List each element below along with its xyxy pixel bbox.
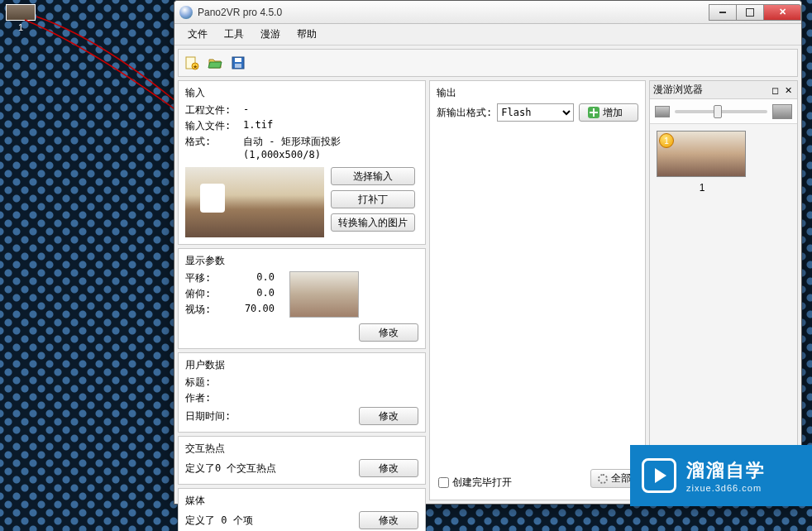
display-modify-button[interactable]: 修改 bbox=[359, 323, 418, 342]
add-button-label: 增加 bbox=[603, 104, 623, 121]
desktop-file-icon[interactable]: 1 bbox=[4, 4, 37, 37]
titlebar[interactable]: Pano2VR pro 4.5.0 bbox=[174, 1, 801, 24]
left-column: 输入 工程文件: - 输入文件: 1.tif 格式: 自动 - 矩形球面投影 (… bbox=[178, 80, 426, 500]
watermark-url: zixue.3d66.com bbox=[686, 483, 766, 493]
userdata-datetime-label: 日期时间: bbox=[185, 409, 243, 423]
svg-rect-4 bbox=[235, 58, 241, 62]
thumb-size-slider[interactable] bbox=[675, 110, 767, 113]
tour-thumbnail-caption: 1 bbox=[657, 182, 748, 194]
play-icon bbox=[642, 458, 676, 493]
tour-thumbnail-item[interactable]: 1 1 bbox=[657, 131, 748, 194]
userdata-group-title: 用户数据 bbox=[185, 358, 418, 372]
window-title: Pano2VR pro 4.5.0 bbox=[198, 7, 709, 18]
right-column: 漫游浏览器 ◻ ✕ 1 bbox=[649, 80, 798, 500]
slider-thumb[interactable] bbox=[714, 105, 722, 118]
tour-browser-panel: 漫游浏览器 ◻ ✕ 1 bbox=[649, 80, 798, 500]
tour-thumbnail-image: 1 bbox=[657, 131, 746, 177]
hotspot-defined-text: 定义了0 个交互热点 bbox=[185, 462, 276, 476]
toolbar-open-button[interactable] bbox=[205, 53, 225, 73]
watermark-badge: 溜溜自学 zixue.3d66.com bbox=[630, 445, 812, 506]
app-window: Pano2VR pro 4.5.0 文件 工具 漫游 帮助 ★ 输入 工程文件: bbox=[174, 0, 802, 505]
input-preview-image[interactable] bbox=[185, 167, 324, 237]
hotspot-modify-button[interactable]: 修改 bbox=[359, 459, 418, 477]
media-group-title: 媒体 bbox=[185, 494, 418, 508]
small-thumb-icon[interactable] bbox=[655, 106, 670, 117]
plus-icon bbox=[588, 107, 599, 118]
hotspot-group: 交互热点 定义了0 个交互热点 修改 bbox=[178, 436, 426, 485]
tour-browser-title: 漫游浏览器 bbox=[653, 83, 703, 97]
menu-file[interactable]: 文件 bbox=[179, 24, 216, 45]
open-when-done-input[interactable] bbox=[438, 477, 449, 488]
output-format-select[interactable]: Flash bbox=[497, 103, 574, 122]
menu-tour[interactable]: 漫游 bbox=[252, 24, 289, 45]
close-button[interactable] bbox=[763, 4, 801, 21]
tour-thumbnail-badge: 1 bbox=[659, 133, 674, 148]
display-preview-image[interactable] bbox=[289, 271, 359, 318]
output-group: 输出 新输出格式: Flash 增加 创建完毕打开 bbox=[429, 80, 646, 500]
content-area: 输入 工程文件: - 输入文件: 1.tif 格式: 自动 - 矩形球面投影 (… bbox=[174, 80, 801, 504]
input-group-title: 输入 bbox=[185, 86, 418, 100]
middle-column: 输出 新输出格式: Flash 增加 创建完毕打开 bbox=[429, 80, 646, 500]
watermark-title: 溜溜自学 bbox=[686, 458, 766, 483]
tilt-value: 0.0 bbox=[218, 287, 283, 301]
project-file-label: 工程文件: bbox=[185, 103, 243, 117]
open-when-done-checkbox[interactable]: 创建完毕打开 bbox=[437, 471, 513, 495]
thumbnail-size-slider-row bbox=[650, 99, 797, 124]
media-group: 媒体 定义了 0 个项 修改 bbox=[178, 488, 426, 531]
userdata-group: 用户数据 标题: 作者: 日期时间: 修改 bbox=[178, 352, 426, 433]
input-file-value: 1.tif bbox=[243, 119, 418, 133]
fov-value: 70.00 bbox=[218, 303, 283, 317]
large-thumb-icon[interactable] bbox=[772, 104, 792, 119]
format-label: 格式: bbox=[185, 135, 243, 160]
pan-value: 0.0 bbox=[218, 271, 283, 285]
project-file-value: - bbox=[243, 103, 418, 117]
format-value: 自动 - 矩形球面投影 (1,000x500/8) bbox=[243, 135, 418, 160]
window-controls bbox=[709, 4, 801, 21]
output-group-title: 输出 bbox=[437, 86, 638, 100]
app-icon bbox=[179, 6, 193, 19]
svg-rect-5 bbox=[235, 64, 241, 68]
patch-button[interactable]: 打补丁 bbox=[331, 190, 415, 208]
convert-input-button[interactable]: 转换输入的图片 bbox=[331, 213, 415, 232]
fov-label: 视场: bbox=[185, 303, 218, 317]
gear-icon bbox=[598, 474, 608, 484]
tour-browser-header[interactable]: 漫游浏览器 ◻ ✕ bbox=[650, 81, 797, 99]
add-output-button[interactable]: 增加 bbox=[579, 103, 638, 122]
desktop-file-label: 1 bbox=[4, 22, 37, 32]
output-all-label: 全部 bbox=[611, 471, 631, 486]
userdata-title-label: 标题: bbox=[185, 376, 243, 390]
panel-close-icon[interactable]: ✕ bbox=[783, 85, 794, 95]
input-file-label: 输入文件: bbox=[185, 119, 243, 133]
media-modify-button[interactable]: 修改 bbox=[359, 511, 418, 529]
media-defined-text: 定义了 0 个项 bbox=[185, 514, 253, 528]
menu-help[interactable]: 帮助 bbox=[289, 24, 325, 45]
thumbnail-list[interactable]: 1 1 bbox=[650, 124, 797, 500]
new-output-format-label: 新输出格式: bbox=[437, 106, 492, 120]
userdata-modify-button[interactable]: 修改 bbox=[359, 407, 418, 425]
hotspot-group-title: 交互热点 bbox=[185, 442, 418, 456]
tilt-label: 俯仰: bbox=[185, 287, 218, 301]
desktop-file-thumb bbox=[6, 4, 36, 21]
toolbar-new-button[interactable]: ★ bbox=[182, 53, 202, 73]
svg-text:★: ★ bbox=[193, 64, 198, 69]
maximize-button[interactable] bbox=[736, 4, 764, 21]
panel-undock-icon[interactable]: ◻ bbox=[770, 85, 781, 95]
display-params-group: 显示参数 平移:0.0 俯仰:0.0 视场:70.00 修改 bbox=[178, 248, 426, 349]
select-input-button[interactable]: 选择输入 bbox=[331, 167, 415, 185]
pan-label: 平移: bbox=[185, 271, 218, 285]
userdata-author-label: 作者: bbox=[185, 391, 243, 405]
input-group: 输入 工程文件: - 输入文件: 1.tif 格式: 自动 - 矩形球面投影 (… bbox=[178, 80, 426, 245]
minimize-button[interactable] bbox=[709, 4, 737, 21]
toolbar-save-button[interactable] bbox=[228, 53, 248, 73]
menubar: 文件 工具 漫游 帮助 bbox=[174, 24, 801, 45]
menu-tools[interactable]: 工具 bbox=[216, 24, 252, 45]
display-group-title: 显示参数 bbox=[185, 254, 418, 268]
open-when-done-label: 创建完毕打开 bbox=[452, 476, 512, 490]
toolbar: ★ bbox=[178, 49, 798, 77]
